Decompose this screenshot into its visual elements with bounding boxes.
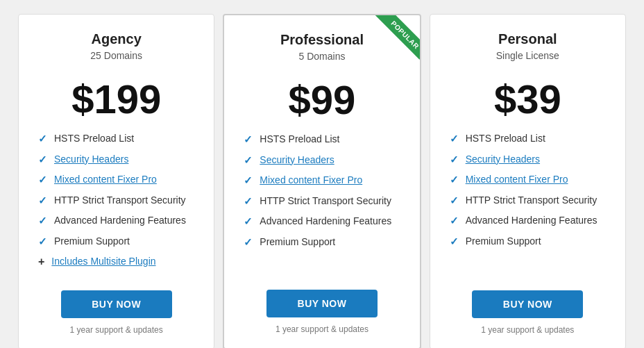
feature-text: Advanced Hardening Features xyxy=(260,215,391,227)
feature-item: ✓HSTS Preload List xyxy=(244,133,400,147)
check-icon: ✓ xyxy=(244,133,253,147)
feature-item: ✓Security Headers xyxy=(38,153,194,167)
popular-badge: POPULAR xyxy=(364,15,420,71)
pricing-card-professional: POPULARProfessional5 Domains$99✓HSTS Pre… xyxy=(223,14,421,348)
feature-text: HTTP Strict Transport Security xyxy=(466,194,598,206)
check-icon: ✓ xyxy=(38,173,47,187)
feature-item: ✓Premium Support xyxy=(38,235,194,249)
feature-item: ✓Premium Support xyxy=(244,235,400,249)
feature-text: HSTS Preload List xyxy=(466,132,545,144)
plan-domains: Single License xyxy=(450,50,606,61)
feature-item: ✓Mixed content Fixer Pro xyxy=(38,173,194,187)
check-icon: ✓ xyxy=(450,235,459,249)
buy-now-button-personal[interactable]: BUY NOW xyxy=(472,290,583,318)
feature-text: HSTS Preload List xyxy=(260,133,339,145)
plan-header-agency: Agency25 Domains xyxy=(38,31,194,61)
check-icon: ✓ xyxy=(244,194,253,208)
support-text: 1 year support & updates xyxy=(276,324,368,334)
feature-item: ✓Premium Support xyxy=(450,235,606,249)
feature-text[interactable]: Includes Multisite Plugin xyxy=(51,255,155,267)
plan-domains: 25 Domains xyxy=(38,50,194,61)
check-icon: ✓ xyxy=(38,153,47,167)
feature-text[interactable]: Security Headers xyxy=(54,153,128,165)
feature-item: ✓HSTS Preload List xyxy=(38,132,194,146)
features-list: ✓HSTS Preload List✓Security Headers✓Mixe… xyxy=(38,132,194,276)
feature-text: Premium Support xyxy=(466,235,541,247)
features-list: ✓HSTS Preload List✓Security Headers✓Mixe… xyxy=(450,132,606,255)
feature-item: ✓Advanced Hardening Features xyxy=(450,214,606,228)
support-text: 1 year support & updates xyxy=(70,325,163,335)
pricing-card-personal: PersonalSingle License$39✓HSTS Preload L… xyxy=(430,14,626,348)
feature-text: HTTP Strict Transport Security xyxy=(260,194,391,207)
plan-name: Agency xyxy=(38,31,194,47)
support-text: 1 year support & updates xyxy=(481,325,574,335)
feature-text[interactable]: Security Headers xyxy=(466,153,540,165)
feature-text: Premium Support xyxy=(54,235,130,247)
feature-text: Advanced Hardening Features xyxy=(466,214,598,226)
check-icon: ✓ xyxy=(244,235,253,249)
feature-item: ✓Security Headers xyxy=(450,153,606,167)
feature-text[interactable]: Mixed content Fixer Pro xyxy=(466,173,568,185)
feature-item: +Includes Multisite Plugin xyxy=(38,255,194,270)
check-icon: ✓ xyxy=(450,214,459,228)
feature-item: ✓Mixed content Fixer Pro xyxy=(244,174,400,188)
check-icon: ✓ xyxy=(244,154,253,167)
buy-now-button-professional[interactable]: BUY NOW xyxy=(266,290,378,317)
feature-text[interactable]: Mixed content Fixer Pro xyxy=(260,174,362,186)
feature-text: HTTP Strict Transport Security xyxy=(54,194,186,206)
feature-text: Advanced Hardening Features xyxy=(54,214,186,226)
pricing-container: Agency25 Domains$199✓HSTS Preload List✓S… xyxy=(14,14,630,348)
popular-label: POPULAR xyxy=(375,15,419,60)
check-icon: ✓ xyxy=(38,194,47,208)
check-icon: ✓ xyxy=(244,174,253,188)
check-icon: ✓ xyxy=(38,132,47,146)
feature-item: ✓HTTP Strict Transport Security xyxy=(450,194,606,208)
feature-item: ✓HTTP Strict Transport Security xyxy=(244,194,400,208)
feature-text: Premium Support xyxy=(260,235,335,248)
feature-text[interactable]: Security Headers xyxy=(260,154,334,166)
check-icon: ✓ xyxy=(38,235,47,249)
feature-item: ✓Advanced Hardening Features xyxy=(244,215,400,229)
plan-price: $199 xyxy=(71,79,161,119)
check-icon: ✓ xyxy=(38,214,47,228)
feature-item: ✓HSTS Preload List xyxy=(450,132,606,146)
feature-text[interactable]: Mixed content Fixer Pro xyxy=(54,173,157,185)
features-list: ✓HSTS Preload List✓Security Headers✓Mixe… xyxy=(244,133,400,256)
check-icon: ✓ xyxy=(450,173,459,187)
plus-icon: + xyxy=(38,255,44,270)
plan-price: $39 xyxy=(494,79,561,119)
feature-item: ✓HTTP Strict Transport Security xyxy=(38,194,194,208)
feature-item: ✓Security Headers xyxy=(244,154,400,167)
plan-name: Personal xyxy=(450,31,606,47)
plan-price: $99 xyxy=(289,80,356,120)
feature-item: ✓Mixed content Fixer Pro xyxy=(450,173,606,187)
buy-now-button-agency[interactable]: BUY NOW xyxy=(61,290,172,318)
plan-header-personal: PersonalSingle License xyxy=(450,31,606,61)
feature-text: HSTS Preload List xyxy=(54,132,134,144)
check-icon: ✓ xyxy=(450,132,459,146)
feature-item: ✓Advanced Hardening Features xyxy=(38,214,194,228)
check-icon: ✓ xyxy=(450,153,459,167)
check-icon: ✓ xyxy=(244,215,253,229)
check-icon: ✓ xyxy=(450,194,459,208)
pricing-card-agency: Agency25 Domains$199✓HSTS Preload List✓S… xyxy=(18,14,214,348)
